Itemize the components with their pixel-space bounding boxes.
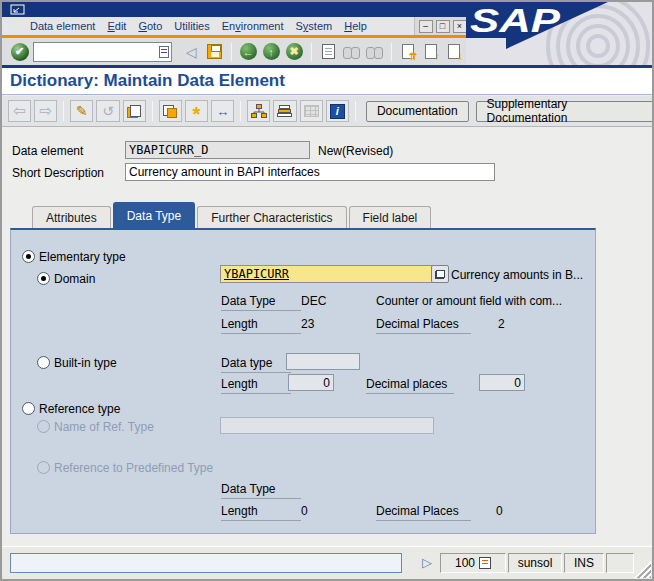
builtin-data-type-field xyxy=(286,353,360,370)
built-in-type-radio[interactable] xyxy=(37,356,50,369)
find-next-icon xyxy=(366,47,383,57)
tab-data-type[interactable]: Data Type xyxy=(113,202,195,228)
exit-button[interactable]: ↑ xyxy=(262,41,281,63)
toolbar-separator xyxy=(231,43,232,61)
find-next-button[interactable] xyxy=(365,41,384,63)
copy-button[interactable] xyxy=(123,100,146,122)
stack-button[interactable] xyxy=(273,100,296,122)
data-type-label: Data Type xyxy=(221,294,301,311)
info-button[interactable]: i xyxy=(326,100,349,122)
system-name-cell[interactable]: sunsol xyxy=(508,553,562,573)
table-display-button[interactable] xyxy=(300,100,323,122)
status-expand-icon[interactable]: ▷ xyxy=(422,555,432,570)
domain-short-text: Currency amounts in B... xyxy=(451,268,595,282)
session-number-cell[interactable]: 100 xyxy=(440,553,506,573)
save-button[interactable] xyxy=(205,41,224,63)
print-icon xyxy=(322,44,335,59)
menu-environment[interactable]: Environment xyxy=(216,20,290,32)
data-element-field[interactable]: YBAPICURR_D xyxy=(125,141,310,159)
tab-attributes[interactable]: Attributes xyxy=(32,206,111,228)
elementary-type-radio[interactable] xyxy=(22,250,35,263)
command-field[interactable] xyxy=(33,42,171,62)
find-binoculars-icon xyxy=(343,47,360,57)
hierarchy-icon xyxy=(251,104,267,118)
system-menu-icon[interactable] xyxy=(10,4,26,16)
where-used-button[interactable] xyxy=(159,100,182,122)
display-change-button[interactable]: ✎ xyxy=(70,100,93,122)
short-description-label: Short Description xyxy=(12,166,104,180)
reference-type-radio[interactable] xyxy=(22,402,35,415)
find-button[interactable] xyxy=(342,41,361,63)
length-value: 23 xyxy=(301,317,314,331)
tab-field-label[interactable]: Field label xyxy=(349,206,432,228)
stack-icon xyxy=(277,104,293,118)
ref-length-label: Length xyxy=(221,504,301,521)
supplementary-documentation-button[interactable]: Supplementary Documentation xyxy=(476,101,654,122)
insert-mode-cell[interactable]: INS xyxy=(564,553,604,573)
save-floppy-icon xyxy=(207,44,222,59)
window-controls: – □ × xyxy=(414,17,470,35)
hierarchy-button[interactable] xyxy=(247,100,270,122)
window-titlebar xyxy=(2,2,472,17)
resize-grip[interactable] xyxy=(634,561,651,578)
data-element-label: Data element xyxy=(12,144,83,158)
standard-toolbar: ✔ ◁ ← ↑ ✖ ⇈ ↑ ↓ ⇊ ▸ xyxy=(2,38,510,65)
short-description-field[interactable]: Currency amount in BAPI interfaces xyxy=(125,163,495,181)
page-up-icon: ↑ xyxy=(425,44,437,59)
menu-utilities[interactable]: Utilities xyxy=(168,20,215,32)
toolbar-separator xyxy=(63,101,64,121)
minimize-button[interactable]: – xyxy=(419,20,433,33)
data-type-panel: Elementary type Domain Currency amounts … xyxy=(10,228,596,534)
status-message-field[interactable] xyxy=(10,553,402,573)
command-history-icon[interactable] xyxy=(159,46,169,58)
maximize-button[interactable]: □ xyxy=(436,20,450,33)
first-page-button[interactable]: ⇈ xyxy=(399,41,418,63)
collapse-toolbar-button[interactable]: ◁ xyxy=(182,41,201,63)
title-band: Dictionary: Maintain Data Element xyxy=(2,68,654,95)
decimal-places-label: Decimal Places xyxy=(376,317,471,334)
domain-matchcode-button[interactable] xyxy=(431,265,449,283)
activate-button[interactable]: * xyxy=(185,100,208,122)
domain-label: Domain xyxy=(54,272,95,286)
ref-name-radio xyxy=(37,420,50,433)
page-up-button[interactable]: ↑ xyxy=(422,41,441,63)
next-object-button[interactable]: ⇨ xyxy=(34,100,57,122)
server-list-icon xyxy=(479,557,491,569)
toolbar-separator xyxy=(152,101,153,121)
back-button[interactable]: ← xyxy=(239,41,258,63)
enter-button[interactable]: ✔ xyxy=(10,41,29,63)
empty-status-cell xyxy=(606,553,634,573)
print-button[interactable] xyxy=(319,41,338,63)
collapse-arrow-icon: ◁ xyxy=(186,44,197,60)
documentation-button[interactable]: Documentation xyxy=(366,101,469,122)
command-field-wrap xyxy=(33,42,171,62)
copy-icon xyxy=(127,105,141,118)
ref-decimals-value: 0 xyxy=(496,504,503,518)
sap-logo: SAP xyxy=(466,2,652,65)
activate-spark-icon: * xyxy=(193,109,201,119)
tab-further-characteristics[interactable]: Further Characteristics xyxy=(197,206,346,228)
toolbar-separator xyxy=(355,101,356,121)
toolbar-separator xyxy=(311,43,312,61)
check-button[interactable]: ↔ xyxy=(211,100,234,122)
domain-field[interactable] xyxy=(220,265,436,283)
menu-data-element[interactable]: Data element xyxy=(24,20,101,32)
sap-logo-text: SAP xyxy=(470,2,561,39)
table-icon xyxy=(304,105,319,117)
next-arrow-icon: ⇨ xyxy=(39,102,52,120)
page-down-button[interactable]: ↓ xyxy=(445,41,464,63)
menu-goto[interactable]: Goto xyxy=(132,20,168,32)
toolbar-separator xyxy=(391,43,392,61)
previous-object-button[interactable]: ⇦ xyxy=(8,100,31,122)
builtin-data-type-label: Data type xyxy=(221,356,291,373)
cancel-button[interactable]: ✖ xyxy=(285,41,304,63)
refresh-button[interactable]: ↺ xyxy=(96,100,119,122)
menu-bar: Data element Edit Goto Utilities Environ… xyxy=(2,17,472,35)
menu-edit[interactable]: Edit xyxy=(101,20,132,32)
menu-help[interactable]: Help xyxy=(338,20,373,32)
application-toolbar: ⇦ ⇨ ✎ ↺ * ↔ i Documentatio xyxy=(2,96,654,127)
menu-system[interactable]: System xyxy=(289,20,338,32)
close-button[interactable]: × xyxy=(453,20,467,33)
elementary-type-label: Elementary type xyxy=(39,250,126,264)
domain-radio[interactable] xyxy=(37,272,50,285)
